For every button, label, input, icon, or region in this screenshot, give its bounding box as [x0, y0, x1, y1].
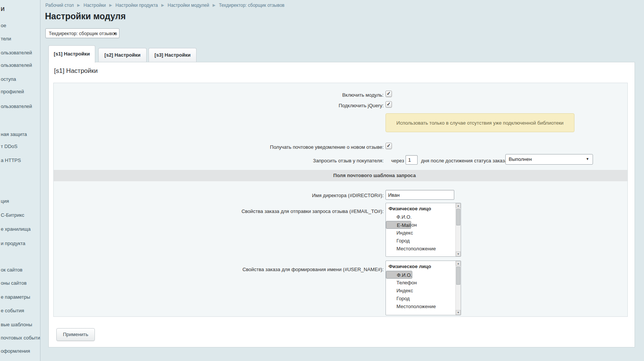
- sidebar-item[interactable]: ользователей: [1, 103, 32, 109]
- sidebar-item[interactable]: ная защита: [1, 131, 27, 137]
- request-review-suffix: дня после достижения статуса заказа: [421, 158, 508, 164]
- listbox-option[interactable]: Ф.И.О.: [386, 213, 455, 221]
- option-group-label: Физическое лицо: [386, 261, 455, 271]
- listbox-user-name[interactable]: Физическое лицоФ.И.О.E-MailТелефонИндекс…: [385, 261, 461, 315]
- breadcrumb-arrow-icon: ▶: [77, 3, 80, 7]
- listbox-option[interactable]: Город: [386, 237, 455, 245]
- module-selector[interactable]: Техдиректор: сборщик отзывов ▼: [45, 28, 119, 38]
- tab-s1-settings[interactable]: [s1] Настройки: [48, 45, 95, 63]
- breadcrumb-arrow-icon: ▶: [161, 3, 164, 7]
- user-name-label: Свойства заказа для формирования имени (…: [59, 267, 384, 272]
- breadcrumb-item[interactable]: Настройки модулей: [167, 3, 209, 8]
- option-group-label: Физическое лицо: [386, 203, 455, 213]
- sidebar-item[interactable]: вые шаблоны: [1, 322, 32, 327]
- sidebar-item[interactable]: ользователей: [1, 62, 32, 68]
- section-heading: [s1] Настройки: [54, 67, 98, 75]
- breadcrumb-item[interactable]: Рабочий стол: [45, 3, 74, 8]
- scrollbar-thumb[interactable]: [456, 267, 460, 285]
- listbox-option[interactable]: Ф.И.О.: [386, 271, 412, 279]
- scroll-down-icon[interactable]: ▼: [456, 310, 461, 315]
- module-selector-value: Техдиректор: сборщик отзывов: [49, 31, 117, 36]
- breadcrumb-item[interactable]: Настройки продукта: [116, 3, 158, 8]
- breadcrumb-arrow-icon: ▶: [109, 3, 112, 7]
- email-notify-label: Получать почтовое уведомление о новом от…: [59, 144, 384, 150]
- breadcrumb-arrow-icon: ▶: [212, 3, 215, 7]
- admin-settings-page: И ое тели ользователей ользователей осту…: [0, 0, 644, 361]
- listbox-option[interactable]: Город: [386, 295, 455, 302]
- sidebar-item[interactable]: ользователей: [1, 50, 32, 56]
- sidebar-item[interactable]: профилей: [1, 89, 24, 94]
- breadcrumb: Рабочий стол▶Настройки▶Настройки продукт…: [45, 3, 285, 8]
- order-status-select[interactable]: Выполнен ▼: [505, 154, 593, 165]
- chevron-down-icon: ▼: [113, 29, 116, 39]
- jquery-note: Использовать только в случае отсутствия …: [385, 113, 574, 132]
- sidebar-item[interactable]: е хранилища: [1, 226, 31, 232]
- sidebar-item[interactable]: и продукта: [1, 241, 25, 246]
- scroll-up-icon[interactable]: ▲: [456, 203, 461, 208]
- order-status-value: Выполнен: [509, 156, 532, 162]
- breadcrumb-item[interactable]: Настройки: [84, 3, 106, 8]
- listbox-option[interactable]: Местоположение: [386, 302, 455, 310]
- favorite-star-icon[interactable]: ☆: [113, 12, 120, 22]
- sidebar-item[interactable]: т DDoS: [1, 143, 17, 149]
- scrollbar[interactable]: ▲ ▼: [455, 261, 461, 315]
- listbox-option[interactable]: E-Mail: [386, 221, 411, 229]
- tab-s3-settings[interactable]: [s3] Настройки: [149, 48, 197, 62]
- request-review-label: Запросить отзыв у покупателя:: [59, 158, 384, 164]
- sidebar-item[interactable]: ция: [1, 198, 9, 204]
- sidebar-item[interactable]: оформления: [1, 348, 30, 354]
- listbox-email-to[interactable]: Физическое лицоФ.И.О.E-MailТелефонИндекс…: [385, 203, 461, 257]
- director-name-input[interactable]: [385, 190, 454, 200]
- email-notify-checkbox[interactable]: [385, 143, 392, 149]
- enable-module-label: Включить модуль:: [59, 92, 384, 98]
- settings-form: Включить модуль: Подключить jQuery: Испо…: [53, 83, 628, 317]
- include-jquery-label: Подключить jQuery:: [59, 103, 384, 108]
- apply-button[interactable]: Применить: [56, 328, 95, 341]
- sidebar-item[interactable]: ое: [1, 23, 6, 28]
- scrollbar-thumb[interactable]: [456, 209, 460, 225]
- listbox-option[interactable]: Индекс: [386, 287, 455, 295]
- template-fields-header: Поля почтового шаблона запроса: [54, 170, 627, 181]
- chevron-down-icon: ▼: [586, 157, 589, 161]
- include-jquery-checkbox[interactable]: [385, 101, 392, 108]
- director-name-label: Имя директора (#DIRECTOR#):: [59, 193, 384, 198]
- days-input[interactable]: [406, 155, 418, 165]
- sidebar-item[interactable]: тели: [1, 36, 11, 42]
- sidebar-item[interactable]: е параметры: [1, 294, 30, 300]
- sidebar-item[interactable]: е события: [1, 308, 24, 313]
- breadcrumb-item-current: Техдиректор: сборщик отзывов: [219, 3, 285, 8]
- sidebar-section-header: И: [1, 6, 5, 12]
- enable-module-checkbox[interactable]: [385, 91, 392, 97]
- email-to-label: Свойства заказа для отправки запроса отз…: [59, 208, 384, 214]
- left-sidebar: И ое тели ользователей ользователей осту…: [0, 0, 40, 361]
- sidebar-item[interactable]: оны сайтов: [1, 280, 26, 286]
- settings-panel: [s1] Настройки Включить модуль: Подключи…: [48, 62, 635, 347]
- listbox-option[interactable]: Индекс: [386, 229, 455, 237]
- listbox-option[interactable]: Местоположение: [386, 245, 455, 253]
- tab-s2-settings[interactable]: [s2] Настройки: [98, 48, 147, 62]
- scroll-down-icon[interactable]: ▼: [456, 251, 461, 256]
- sidebar-item[interactable]: ок сайтов: [1, 267, 22, 273]
- sidebar-item[interactable]: а HTTPS: [1, 157, 21, 163]
- sidebar-item[interactable]: почтовых событи: [1, 335, 40, 341]
- listbox-option[interactable]: Телефон: [386, 279, 455, 287]
- request-review-prefix: через: [391, 158, 404, 164]
- sidebar-item[interactable]: оступа: [1, 76, 16, 82]
- scrollbar[interactable]: ▲ ▼: [455, 203, 461, 256]
- scroll-up-icon[interactable]: ▲: [456, 261, 461, 266]
- sidebar-item[interactable]: С-Битрикс: [1, 212, 24, 218]
